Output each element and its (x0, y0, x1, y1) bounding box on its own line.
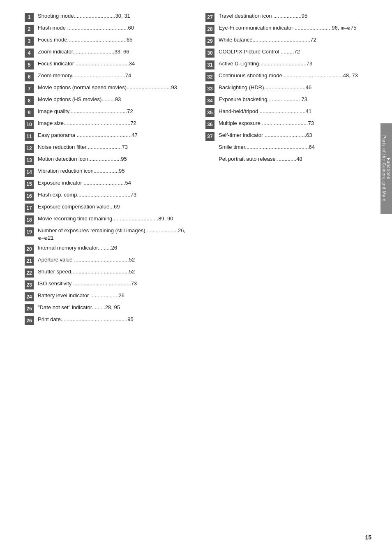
list-item: 12Noise reduction filter................… (25, 143, 189, 153)
item-number: 9 (25, 108, 34, 117)
list-item: 3Focus mode.............................… (25, 36, 189, 46)
item-text: Zoom indicator..........................… (38, 48, 189, 56)
item-number: 31 (205, 60, 214, 69)
list-item: 18Movie recording time remaining........… (25, 215, 189, 224)
list-item: 13Motion detection icon.................… (25, 155, 189, 165)
item-text: Flash mode .............................… (38, 24, 189, 32)
page-container: 1Shooting mode..........................… (0, 0, 392, 553)
list-item: 2Flash mode ............................… (25, 24, 189, 34)
item-number: 36 (205, 120, 214, 129)
list-item: 16Flash exp. comp.......................… (25, 191, 189, 201)
list-item: 34Exposure bracketing...................… (205, 96, 362, 105)
list-item: 8Movie options (HS movies).........93 (25, 96, 189, 105)
item-text: Movie options (normal speed movies).....… (38, 84, 189, 91)
item-text: Print date..............................… (38, 316, 189, 323)
list-item: 17Exposure compensation value...69 (25, 203, 189, 213)
item-text: Shutter speed...........................… (38, 268, 189, 275)
item-text: White balance...........................… (219, 36, 362, 44)
item-text: Exposure bracketing.....................… (219, 96, 362, 103)
item-number: 35 (205, 108, 214, 117)
list-item: 10Image size............................… (25, 120, 189, 129)
sidebar-tab: Parts of the Camera and Main Functions (380, 123, 392, 214)
item-text: Easy panorama ..........................… (38, 132, 189, 139)
list-item: 28Eye-Fi communication indicator .......… (205, 24, 362, 34)
sidebar-label: Parts of the Camera and Main Functions (382, 132, 391, 206)
item-number: 34 (205, 96, 214, 105)
item-text: ISO sensitivity ........................… (38, 280, 189, 287)
item-text: Shooting mode...........................… (38, 12, 189, 20)
list-item: 6Zoom memory............................… (25, 72, 189, 81)
item-number: 20 (25, 245, 34, 254)
right-column: 27Travel destination icon ..............… (201, 12, 362, 541)
list-item: 19Number of exposures remaining (still i… (25, 227, 189, 242)
item-text: Focus mode..............................… (38, 36, 189, 44)
item-number: 33 (205, 84, 214, 93)
list-item: 37Self-timer indicator .................… (205, 132, 362, 141)
item-text: Motion detection icon...................… (38, 155, 189, 163)
item-text: Vibration reduction icon................… (38, 167, 189, 175)
item-number: 14 (25, 168, 34, 177)
item-number: 15 (25, 180, 34, 189)
item-number: 24 (25, 292, 34, 301)
item-text: Number of exposures remaining (still ima… (38, 227, 189, 242)
list-item: 7Movie options (normal speed movies)....… (25, 84, 189, 93)
item-number: 25 (25, 304, 34, 313)
list-item: 14Vibration reduction icon..............… (25, 167, 189, 177)
item-number: 10 (25, 120, 34, 129)
item-text: Exposure compensation value...69 (38, 203, 189, 211)
item-number: 7 (25, 84, 34, 93)
list-item: 15Exposure indicator ...................… (25, 179, 189, 189)
item-number: 23 (25, 280, 34, 289)
item-number: 30 (205, 49, 214, 58)
item-text: Eye-Fi communication indicator .........… (219, 24, 362, 32)
item-text: Image size..............................… (38, 120, 189, 127)
item-text: Movie recording time remaining..........… (38, 215, 189, 222)
item-text: Internal memory indicator.........26 (38, 244, 189, 252)
item-text: Aperture value .........................… (38, 256, 189, 264)
list-item: 24Battery level indicator ..............… (25, 292, 189, 301)
item-number: 26 (25, 316, 34, 325)
item-number: 37 (205, 132, 214, 141)
item-text: Continuous shooting mode................… (219, 72, 362, 79)
page-ref2: 75 (350, 25, 356, 31)
item-number: 4 (25, 49, 34, 58)
list-item: 1Shooting mode..........................… (25, 12, 189, 22)
item-text: Exposure indicator .....................… (38, 179, 189, 187)
list-item: 11Easy panorama ........................… (25, 132, 189, 141)
list-item: 4Zoom indicator.........................… (25, 48, 189, 58)
item-number: 6 (25, 72, 34, 81)
item-text: Travel destination icon ................… (219, 12, 362, 20)
item-number: 21 (25, 257, 34, 266)
list-item: 32Continuous shooting mode..............… (205, 72, 362, 81)
symbol-icon: ⊕–⊗ (38, 236, 48, 241)
list-item: 29White balance.........................… (205, 36, 362, 46)
item-number: 11 (25, 132, 34, 141)
item-text: COOLPIX Picture Control .........72 (219, 48, 362, 56)
item-text: Backlighting (HDR)......................… (219, 84, 362, 91)
item-number: 1 (25, 13, 34, 22)
list-item: 25"Date not set" indicator.........28, 9… (25, 304, 189, 313)
list-item: 30COOLPIX Picture Control .........72 (205, 48, 362, 58)
list-item: 5Focus indicator .......................… (25, 60, 189, 69)
item-number: 18 (25, 215, 34, 224)
item-number: 19 (25, 227, 34, 236)
item-number: 16 (25, 192, 34, 201)
item-text: Hand-held/tripod .......................… (219, 108, 362, 115)
item-number: 5 (25, 60, 34, 69)
item-text: Image quality...........................… (38, 108, 189, 115)
item-number: 2 (25, 25, 34, 34)
list-item: 26Print date............................… (25, 316, 189, 325)
list-item: 33Backlighting (HDR)....................… (205, 84, 362, 93)
list-item: 37Pet portrait auto release ............… (205, 155, 362, 165)
item-number: 8 (25, 96, 34, 105)
list-item: 22Shutter speed.........................… (25, 268, 189, 278)
item-number: 12 (25, 144, 34, 153)
item-text: Zoom memory.............................… (38, 72, 189, 79)
list-item: 9Image quality..........................… (25, 108, 189, 117)
page-number: 15 (365, 534, 371, 541)
item-number: 28 (205, 25, 214, 34)
item-text: Self-timer indicator ...................… (219, 132, 362, 139)
item-text: "Date not set" indicator.........28, 95 (38, 304, 189, 311)
item-number: 29 (205, 37, 214, 46)
item-text: Pet portrait auto release .............4… (219, 155, 362, 163)
